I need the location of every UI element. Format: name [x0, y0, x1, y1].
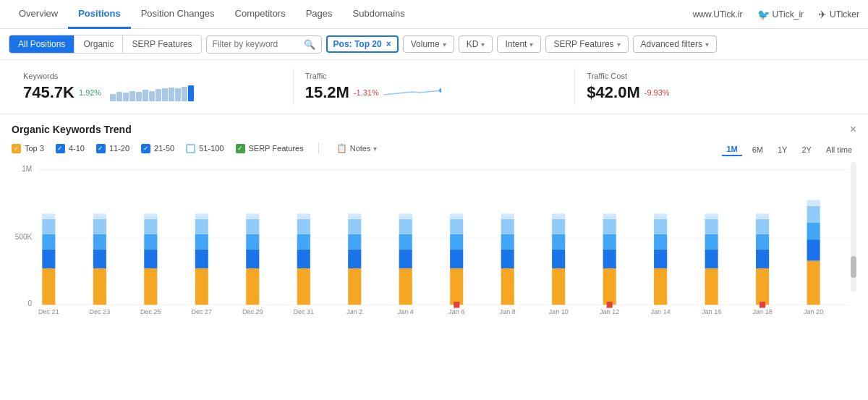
legend-51-100[interactable]: 51-100	[186, 144, 224, 153]
bar-21-50	[42, 219, 55, 234]
chevron-down-icon: ▾	[529, 41, 533, 48]
note-marker	[760, 302, 765, 307]
bar-4-10	[246, 250, 259, 268]
traffic-change: -1.31%	[354, 88, 379, 97]
bar-4-10	[297, 250, 310, 268]
intent-dropdown[interactable]: Intent ▾	[497, 35, 541, 53]
tab-competitors[interactable]: Competitors	[225, 0, 296, 29]
svg-text:Jan 14: Jan 14	[651, 308, 671, 314]
serp-features-dropdown[interactable]: SERP Features ▾	[545, 35, 628, 53]
svg-text:1M: 1M	[22, 164, 32, 172]
site-link[interactable]: www.UTick.ir	[693, 9, 743, 20]
bar-11-20	[348, 234, 361, 250]
svg-text:Jan 18: Jan 18	[753, 308, 773, 314]
bar-51-100	[705, 213, 718, 218]
stats-bar: Keywords 745.7K 1.92% Traffic	[0, 60, 868, 114]
time-all[interactable]: All time	[822, 144, 856, 156]
bar-11-20	[807, 223, 820, 239]
legend-11-20[interactable]: 11-20	[96, 144, 129, 153]
tab-all-positions[interactable]: All Positions	[9, 35, 75, 53]
active-filter-chip[interactable]: Pos: Top 20 ×	[326, 35, 399, 53]
chart-title: Organic Keywords Trend	[12, 124, 132, 135]
time-1m[interactable]: 1M	[722, 143, 741, 156]
chart-scrollbar[interactable]	[851, 162, 856, 292]
bar-11-20	[654, 234, 667, 250]
mini-bar	[162, 88, 168, 101]
legend-checkbox-top3[interactable]	[12, 144, 21, 153]
svg-text:Jan 6: Jan 6	[448, 308, 464, 314]
bar-21-50	[552, 219, 565, 234]
bar-21-50	[348, 219, 361, 234]
legend-checkbox-51-100[interactable]	[186, 144, 195, 153]
chevron-down-icon: ▾	[617, 41, 621, 48]
legend-21-50[interactable]: 21-50	[141, 144, 174, 153]
tab-subdomains[interactable]: Subdomains	[343, 0, 415, 29]
bar-21-50	[450, 219, 463, 234]
bar-51-100	[93, 213, 106, 218]
bar-top3	[399, 268, 412, 305]
close-chart-button[interactable]: ×	[850, 123, 856, 136]
notes-button[interactable]: 📋 Notes ▾	[333, 142, 380, 155]
bar-4-10	[348, 250, 361, 268]
keyword-search[interactable]: 🔍	[206, 35, 322, 54]
legend-4-10[interactable]: 4-10	[56, 144, 85, 153]
chevron-down-icon: ▾	[481, 41, 485, 48]
legend-checkbox-serp[interactable]	[236, 144, 245, 153]
bar-51-100	[450, 213, 463, 218]
bar-top3	[195, 268, 208, 305]
tab-serp-features[interactable]: SERP Features	[123, 35, 200, 53]
scrollbar-thumb[interactable]	[851, 256, 856, 278]
remove-filter-button[interactable]: ×	[386, 39, 391, 49]
bar-4-10	[195, 250, 208, 268]
legend-checkbox-21-50[interactable]	[141, 144, 150, 153]
volume-dropdown[interactable]: Volume ▾	[403, 35, 454, 53]
svg-text:Dec 31: Dec 31	[293, 308, 314, 314]
advanced-filters-dropdown[interactable]: Advanced filters ▾	[633, 35, 717, 53]
bar-top3	[246, 268, 259, 305]
tab-position-changes[interactable]: Position Changes	[131, 0, 225, 29]
legend-top3[interactable]: Top 3	[12, 144, 44, 153]
traffic-cost-stat: Traffic Cost $42.0M -9.93%	[574, 69, 856, 105]
legend-checkbox-11-20[interactable]	[96, 144, 106, 153]
search-input[interactable]	[213, 39, 299, 49]
legend-serp[interactable]: SERP Features	[236, 144, 304, 153]
tab-overview[interactable]: Overview	[9, 0, 68, 29]
bar-51-100	[399, 213, 412, 218]
kd-dropdown[interactable]: KD ▾	[459, 35, 493, 53]
chart-header: Organic Keywords Trend ×	[12, 123, 856, 136]
bar-top3	[144, 268, 157, 305]
tab-organic[interactable]: Organic	[75, 35, 123, 53]
tab-pages[interactable]: Pages	[296, 0, 343, 29]
bar-top3	[705, 268, 718, 305]
bar-top3	[552, 268, 565, 305]
traffic-label: Traffic	[305, 72, 563, 80]
keywords-stat: Keywords 745.7K 1.92%	[12, 69, 293, 105]
telegram-link[interactable]: ✈ UTicker	[818, 9, 859, 20]
tab-positions[interactable]: Positions	[68, 0, 131, 29]
bar-51-100	[144, 213, 157, 218]
twitter-link[interactable]: 🐦 UTick_ir	[757, 9, 804, 20]
time-2y[interactable]: 2Y	[797, 144, 815, 156]
bar-21-50	[807, 206, 820, 223]
bar-21-50	[93, 219, 106, 234]
bar-11-20	[93, 234, 106, 250]
svg-text:Jan 12: Jan 12	[600, 308, 619, 314]
bar-11-20	[297, 234, 310, 250]
time-6m[interactable]: 6M	[748, 144, 767, 156]
time-1y[interactable]: 1Y	[773, 144, 791, 156]
bar-4-10	[501, 250, 514, 268]
filter-bar: All Positions Organic SERP Features 🔍 Po…	[0, 29, 868, 60]
bar-21-50	[501, 219, 514, 234]
bar-11-20	[501, 234, 514, 250]
bar-4-10	[654, 250, 667, 268]
mini-bar	[129, 91, 135, 101]
bar-top3	[297, 268, 310, 305]
bar-chart: 1M 500K 0	[12, 162, 856, 314]
mini-bar	[136, 92, 142, 101]
legend-checkbox-4-10[interactable]	[56, 144, 65, 153]
svg-point-0	[439, 88, 441, 93]
traffic-mini-line	[383, 84, 441, 101]
svg-text:500K: 500K	[15, 233, 33, 241]
bar-top3	[501, 268, 514, 305]
keywords-change: 1.92%	[79, 88, 101, 97]
